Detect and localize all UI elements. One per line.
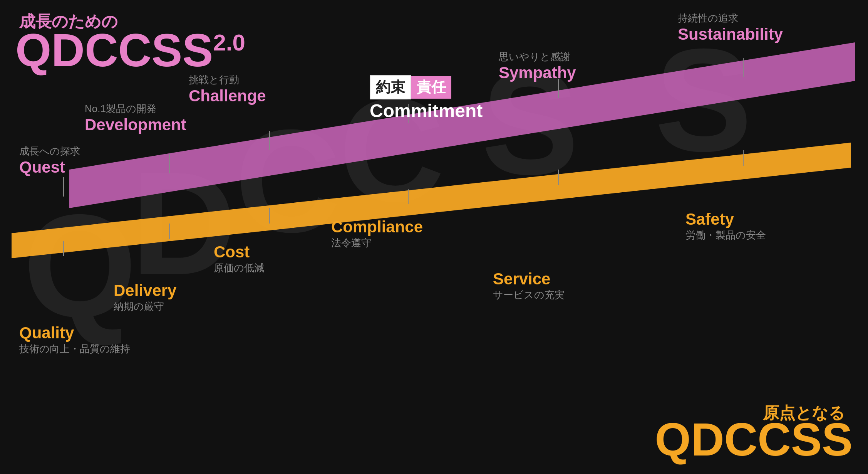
label-sympathy: 思いやりと感謝 Sympathy [499, 50, 576, 82]
label-quest: 成長への探求 Quest [19, 145, 80, 176]
label-delivery: Delivery 納期の厳守 [114, 281, 176, 313]
label-quality: Quality 技術の向上・品質の維持 [19, 324, 130, 356]
nin-box: 責任 [411, 76, 451, 99]
commitment-box: 約束 責任 [370, 75, 451, 99]
title-main: QDCCSS2.0 [15, 27, 245, 73]
label-cost: Cost 原価の低減 [214, 243, 264, 275]
label-development: No.1製品の開発 Development [85, 102, 186, 134]
yaku-box: 約束 [370, 75, 411, 99]
label-commitment: Commitment [370, 100, 483, 121]
diagram-container: Q D C C S S [0, 0, 868, 474]
label-compliance: Compliance 法令遵守 [331, 218, 423, 250]
label-service: Service サービスの充実 [493, 270, 565, 302]
label-challenge: 挑戦と行動 Challenge [189, 73, 266, 105]
label-safety: Safety 労働・製品の安全 [685, 210, 766, 242]
bottom-title-main: QDCCSS [655, 416, 853, 462]
label-sustainability: 持続性の追求 Sustainability [678, 12, 783, 44]
